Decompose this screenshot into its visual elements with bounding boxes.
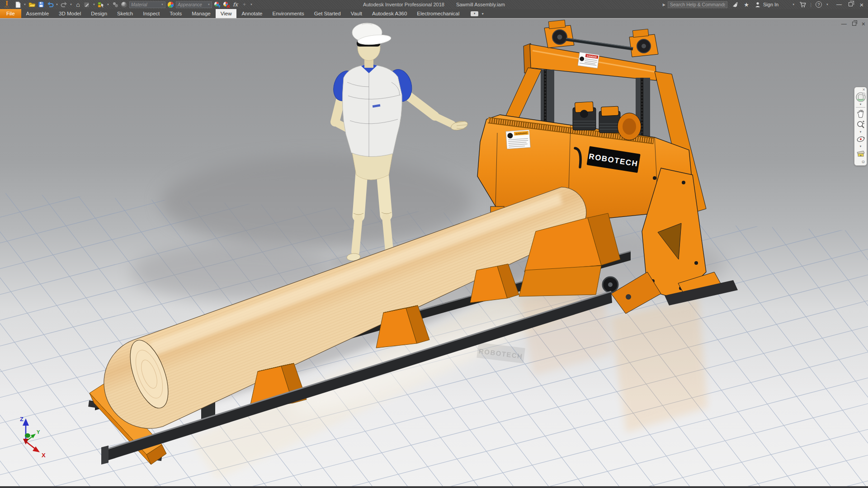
pan-button[interactable] (854, 108, 867, 119)
pan-hand-icon (856, 109, 865, 118)
tab-vault[interactable]: Vault (346, 9, 367, 18)
undo-dropdown-chevron[interactable]: ▼ (55, 3, 59, 6)
help-search-input[interactable] (668, 1, 727, 8)
tab-autodesk-a360[interactable]: Autodesk A360 (367, 9, 412, 18)
title-bar: I PRO ▼ ▼ ▼ ⌂ ▼ ▼ (0, 0, 868, 9)
orbit-button[interactable] (854, 134, 867, 145)
help-icon[interactable]: ? (816, 1, 822, 8)
window-bottom-edge (0, 486, 868, 488)
new-dropdown-chevron[interactable]: ▼ (23, 3, 27, 6)
help-chevron[interactable]: ▼ (826, 3, 829, 6)
tab-assemble[interactable]: Assemble (21, 9, 54, 18)
restore-icon (849, 2, 853, 6)
orbit-icon (856, 135, 865, 144)
zoom-button[interactable] (854, 119, 867, 130)
full-navigation-wheel-button[interactable] (854, 92, 867, 103)
warning-sticker: WARNING (506, 130, 531, 149)
doc-restore-icon (852, 22, 856, 26)
appearance-value: Appearance (178, 2, 202, 7)
tab-environments[interactable]: Environments (268, 9, 309, 18)
tab-3d-model[interactable]: 3D Model (54, 9, 86, 18)
tab-view[interactable]: View (216, 9, 237, 18)
app-close-button[interactable]: × (859, 1, 864, 8)
update-dropdown-chevron[interactable]: ▼ (92, 3, 96, 6)
parameters-fx-icon[interactable]: fx (231, 1, 239, 9)
app-restore-button[interactable] (848, 2, 853, 7)
component-spheres-icon (111, 1, 119, 9)
tab-annotate[interactable]: Annotate (236, 9, 267, 18)
qat-customize-chevron[interactable]: ▼ (250, 3, 253, 6)
select-filter-icon[interactable] (97, 1, 105, 9)
appearance-combo[interactable]: Appearance ▼ (176, 1, 212, 8)
look-at-icon (856, 150, 865, 158)
material-combo-chevron[interactable]: ▼ (161, 3, 164, 6)
doc-minimize-button[interactable]: — (841, 21, 847, 27)
update-icon[interactable] (83, 1, 91, 9)
tab-design[interactable]: Design (86, 9, 112, 18)
axis-z-label: Z (20, 416, 24, 422)
axis-x-label: X (42, 452, 46, 459)
sign-in-chevron[interactable]: ▼ (792, 3, 795, 6)
open-folder-icon[interactable] (28, 1, 36, 9)
navbar-divider (856, 107, 865, 108)
ribbon-display-button[interactable]: ▼ (471, 11, 478, 16)
appearance-combo-chevron[interactable]: ▼ (208, 3, 210, 6)
quick-access-toolbar: I PRO ▼ ▼ ▼ ⌂ ▼ ▼ (0, 0, 253, 9)
sign-in-label[interactable]: Sign In (763, 2, 778, 7)
undo-icon[interactable] (46, 1, 54, 9)
logo-sub: PRO (5, 6, 9, 8)
wheel-menu-chevron[interactable]: ▼ (859, 103, 862, 106)
navigation-bar[interactable]: ✕ ▼ ▼ (854, 87, 867, 166)
inventor-logo-icon[interactable]: I PRO (1, 0, 13, 9)
cart-icon[interactable] (799, 1, 806, 8)
search-expand-arrow[interactable]: ▶ (663, 3, 665, 7)
tab-manage[interactable]: Manage (187, 9, 216, 18)
select-dropdown-chevron[interactable]: ▼ (106, 3, 110, 6)
doc-restore-button[interactable] (852, 21, 856, 27)
material-combo[interactable]: Material ▼ (129, 1, 165, 8)
user-icon (754, 1, 761, 8)
toolbar-divider: | (810, 2, 811, 7)
home-icon[interactable]: ⌂ (74, 1, 82, 9)
tab-inspect[interactable]: Inspect (138, 9, 165, 18)
tab-sketch[interactable]: Sketch (112, 9, 138, 18)
communication-dish-icon[interactable] (731, 1, 739, 8)
ribbon-tab-bar: File Assemble 3D Model Design Sketch Ins… (0, 9, 868, 18)
adjust-appearance-icon[interactable] (213, 1, 221, 9)
axis-y-label: Y (37, 429, 40, 435)
title-product: Autodesk Inventor Professional 2018 (363, 2, 444, 7)
steering-wheel-icon (855, 92, 866, 103)
document-window-controls: — × (841, 21, 865, 27)
new-document-icon[interactable] (14, 1, 22, 9)
tab-file[interactable]: File (0, 9, 21, 18)
model-viewport[interactable]: ROBOTECH (0, 18, 868, 486)
orbit-menu-chevron[interactable]: ▼ (859, 145, 862, 148)
favorites-star-icon[interactable]: ★ (743, 1, 750, 8)
mannequin-torso (342, 65, 402, 157)
zoom-menu-chevron[interactable]: ▼ (859, 130, 862, 134)
clear-appearance-icon[interactable] (222, 1, 230, 9)
scene-3d: ROBOTECH (0, 19, 868, 486)
save-icon[interactable] (37, 1, 45, 9)
material-value: Material (131, 2, 147, 7)
tab-electromechanical[interactable]: Electromechanical (412, 9, 464, 18)
tab-tools[interactable]: Tools (165, 9, 187, 18)
look-at-button[interactable] (854, 148, 867, 159)
redo-dropdown-chevron[interactable]: ▼ (69, 3, 73, 6)
navbar-customize-icon[interactable]: ⊖ (861, 160, 865, 164)
navbar-close-icon[interactable]: ✕ (862, 88, 865, 92)
ribbon-options-chevron[interactable]: ▼ (481, 12, 484, 15)
tab-get-started[interactable]: Get Started (309, 9, 346, 18)
danger-sticker: DANGER (578, 52, 599, 68)
zoom-icon (856, 120, 865, 129)
title-document: Sawmill Assembly.iam (456, 2, 505, 7)
appearance-ball-icon[interactable] (167, 1, 175, 9)
redo-icon[interactable] (60, 1, 68, 9)
doc-close-button[interactable]: × (862, 21, 865, 27)
app-minimize-button[interactable]: — (836, 2, 842, 7)
measure-icon: + (241, 1, 248, 9)
material-ball-icon[interactable] (120, 1, 128, 9)
